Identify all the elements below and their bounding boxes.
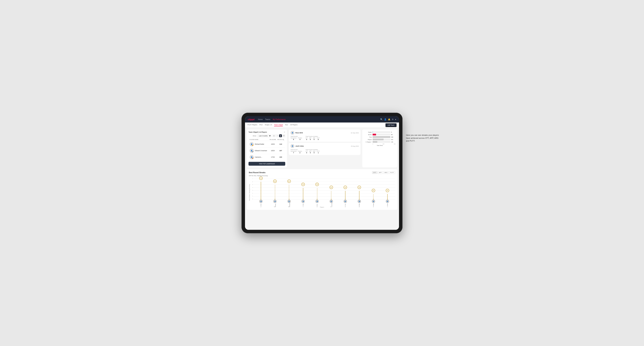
sub-nav-team-clippd[interactable]: Team Clippd bbox=[274, 124, 283, 126]
list-icon[interactable]: ≡ bbox=[276, 134, 278, 137]
sub-nav-tour[interactable]: Tour bbox=[285, 124, 288, 126]
player-score: 19/20 bbox=[268, 143, 277, 145]
sub-nav-pga[interactable]: PGA bbox=[259, 124, 263, 126]
table-row: 👤 2 Edward Crossman 18/20 107 bbox=[248, 148, 285, 154]
ott-value: 0 bbox=[306, 152, 307, 154]
bar-row-pars: Pars 499 bbox=[364, 136, 396, 138]
player-mini-avatar: 👤 bbox=[287, 199, 291, 203]
player-name-col: 👤 B. McHerg bbox=[273, 199, 277, 207]
show-label: Show bbox=[253, 135, 256, 137]
player-mini-avatar: 👤 bbox=[259, 199, 263, 203]
rank-badge: 1 bbox=[252, 145, 254, 146]
edit-icon[interactable]: ✏ bbox=[284, 131, 285, 133]
bar-track bbox=[372, 141, 390, 143]
player-name-col: 👤 E. Ebert bbox=[259, 199, 263, 207]
streaks-subtitle: Off The Tee, Fairway Accuracy bbox=[249, 175, 395, 176]
player-card-avatar: 👤 bbox=[290, 131, 294, 135]
player-card-name: Rees Britt bbox=[296, 132, 303, 134]
arg-value: 0 bbox=[314, 139, 314, 140]
player-card-avatar: 👤 bbox=[290, 144, 294, 148]
player-name-col: 👤 R. Butler bbox=[372, 199, 375, 207]
putt-label: PUTT bbox=[317, 137, 320, 139]
player-card-date: 26 Aug 2023 bbox=[351, 145, 359, 147]
activities-sub: OTT 0 APP 0 ARG bbox=[306, 151, 320, 154]
rounds-sub: Tournament 7 Practice 2 bbox=[290, 151, 302, 154]
annotation-text: Here you can see streaks your players ha… bbox=[406, 134, 441, 142]
bar-value: 311 bbox=[391, 139, 396, 140]
ott-filter-button[interactable]: OTT bbox=[372, 171, 377, 174]
player-mini-name: B. McHerg bbox=[274, 203, 276, 207]
tournament-stat: Tournament 8 bbox=[290, 137, 296, 140]
putt-filter-button[interactable]: PUTT bbox=[389, 171, 395, 174]
period-select[interactable]: Last 3 months bbox=[257, 135, 272, 137]
bar-value: 3 bbox=[391, 132, 396, 133]
top-row: Team Clippd | 14 Players ✏ Show Last 3 m… bbox=[247, 130, 397, 168]
player-mini-name: E. Crossman bbox=[330, 203, 332, 207]
streaks-title: Best Round Streaks bbox=[249, 172, 266, 173]
user-icon[interactable]: 👤 bbox=[384, 118, 386, 121]
arg-filter-button[interactable]: ARG bbox=[383, 171, 389, 174]
practice-value: 2 bbox=[300, 152, 300, 154]
sub-nav-links: PGAT Players PGA Hcaps 1-5 Team Clippd T… bbox=[248, 124, 385, 126]
axis-0: 0 bbox=[372, 144, 373, 145]
player-mini-avatar: 👤 bbox=[315, 199, 319, 203]
total-rounds-label: Total Rounds bbox=[290, 149, 302, 150]
bar-row-eagles: Eagles 3 bbox=[364, 131, 396, 133]
bar-label: Bogeys bbox=[364, 139, 372, 140]
settings-icon[interactable]: ⚙ bbox=[392, 118, 394, 121]
putt-value: 1 bbox=[318, 152, 319, 154]
nav-home[interactable]: Home bbox=[258, 119, 263, 120]
nav-my-performance[interactable]: My Performance bbox=[273, 119, 286, 120]
streaks-header: Best Round Streaks OTT APP ARG PUTT bbox=[249, 171, 395, 174]
bar-fill bbox=[372, 136, 390, 138]
sub-nav-hcaps[interactable]: Hcaps 1-5 bbox=[265, 124, 272, 126]
stats-row: Total Rounds Tournament 8 Practice bbox=[290, 136, 359, 140]
table-row: 👤 3 Cameron... 17/20 103 bbox=[248, 154, 285, 161]
player-avg: 103 bbox=[277, 156, 284, 158]
search-icon[interactable]: 🔍 bbox=[380, 118, 383, 121]
putt-value: 0 bbox=[318, 139, 319, 140]
player-card-header: 👤 Josh Coles 26 Aug 2023 bbox=[290, 144, 359, 148]
player-card: 👤 Rees Britt 02 Sep 2023 Total Rounds To bbox=[289, 130, 360, 142]
sub-nav: PGAT Players PGA Hcaps 1-5 Team Clippd T… bbox=[245, 123, 399, 128]
bar-label: Pars bbox=[364, 137, 372, 138]
view-full-leaderboard-button[interactable]: View Full Leaderboard bbox=[248, 162, 285, 166]
player-mini-name: D. Ford bbox=[345, 203, 346, 207]
bell-icon[interactable]: 🔔 bbox=[388, 118, 390, 121]
tablet-device: clippd Home Teams My Performance 🔍 👤 🔔 ⚙… bbox=[242, 113, 402, 233]
player-card: 👤 Josh Coles 26 Aug 2023 Total Rounds To bbox=[289, 143, 360, 155]
add-team-button[interactable]: Add Team bbox=[385, 123, 396, 127]
logo: clippd bbox=[248, 118, 254, 121]
grid-icon[interactable]: ⊞ bbox=[272, 134, 275, 137]
tournament-value: 8 bbox=[293, 139, 294, 140]
streak-filters: OTT APP ARG PUTT bbox=[372, 171, 395, 174]
table-icon[interactable]: ≣ bbox=[282, 134, 285, 137]
sub-nav-pgat[interactable]: PGAT Players bbox=[248, 124, 257, 126]
arg-stat: ARG 0 bbox=[313, 151, 315, 154]
ott-stat: OTT 0 bbox=[306, 137, 308, 140]
chart-axis: 0 200 400 bbox=[364, 144, 396, 145]
app-value: 0 bbox=[310, 139, 311, 140]
practice-value: 4 bbox=[300, 139, 300, 140]
player-mini-name: J. Coles bbox=[302, 203, 304, 207]
putt-label: PUTT bbox=[317, 151, 320, 152]
col-player-name: PLAYER NAME bbox=[250, 139, 268, 140]
total-rounds-label: Total Rounds bbox=[290, 136, 302, 137]
sub-nav-all-players[interactable]: All Players bbox=[290, 124, 298, 126]
player-mini-name: C. Quick bbox=[387, 203, 388, 207]
practice-activities-label: Total Practice Activities bbox=[306, 149, 320, 150]
player-name: Richard Butler bbox=[255, 143, 268, 145]
ott-stat: OTT 0 bbox=[306, 151, 308, 154]
chart-footer: Total Shots bbox=[364, 145, 396, 146]
card-icon[interactable]: ▦ bbox=[279, 134, 282, 137]
nav-teams[interactable]: Teams bbox=[265, 119, 270, 120]
player-card-name: Josh Coles bbox=[296, 145, 304, 147]
practice-stat: Practice 2 bbox=[298, 151, 302, 154]
profile-icon[interactable]: ● bbox=[395, 118, 396, 120]
avatar: 👤 1 bbox=[250, 142, 254, 146]
player-avg: 107 bbox=[277, 150, 284, 152]
nav-bar: clippd Home Teams My Performance 🔍 👤 🔔 ⚙… bbox=[245, 116, 399, 123]
streaks-panel: Best Round Streaks OTT APP ARG PUTT Off … bbox=[247, 169, 397, 210]
app-filter-button[interactable]: APP bbox=[378, 171, 383, 174]
rounds-sub: Tournament 8 Practice 4 bbox=[290, 137, 302, 140]
